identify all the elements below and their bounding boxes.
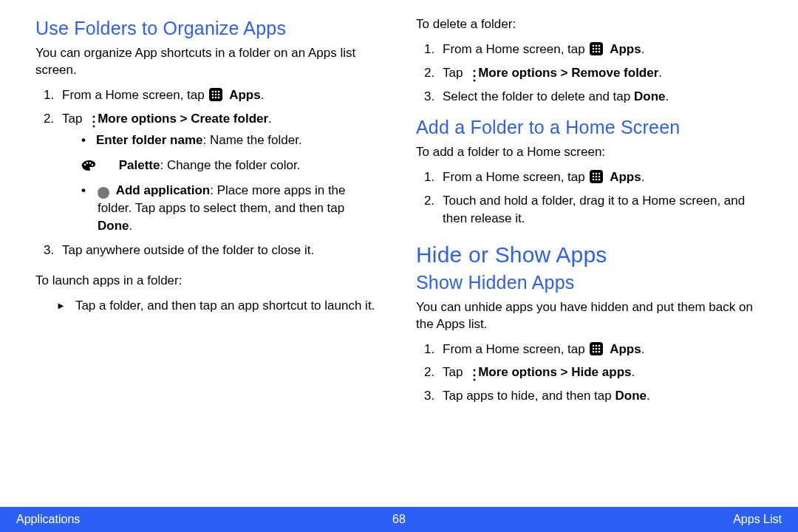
step-2: Tap More options > Create folder. Enter … [58, 110, 382, 235]
svg-point-11 [89, 162, 92, 164]
svg-point-32 [596, 344, 598, 347]
text-bold: Apps [229, 88, 261, 102]
svg-point-9 [84, 164, 86, 166]
right-column: To delete a folder: From a Home screen, … [416, 16, 763, 414]
svg-point-10 [86, 162, 89, 164]
svg-point-12 [92, 164, 94, 166]
steps-show-hidden: From a Home screen, tap Apps. Tap More o… [416, 341, 763, 405]
text-bold: More options > Remove folder [478, 66, 658, 80]
svg-point-23 [596, 173, 598, 175]
svg-point-30 [598, 179, 601, 181]
svg-point-0 [212, 91, 214, 93]
text-bold: Done [615, 389, 647, 403]
paragraph-launch: To launch apps in a folder: [35, 273, 382, 290]
text-bold: More options > Create folder [98, 112, 268, 126]
steps-create-folder: From a Home screen, tap Apps. Tap More o… [35, 86, 382, 259]
text: : Change the folder color. [160, 158, 300, 172]
svg-point-15 [598, 45, 601, 47]
svg-point-16 [593, 48, 595, 50]
apps-icon [209, 88, 222, 101]
svg-point-34 [593, 347, 595, 349]
page: Use Folders to Organize Apps You can org… [0, 0, 798, 532]
bullet-add-app: + Add application: Place more apps in th… [92, 182, 382, 234]
svg-point-31 [593, 344, 595, 347]
text-bold: Done [634, 89, 666, 103]
svg-point-28 [593, 179, 595, 181]
text: From a Home screen, tap [443, 170, 588, 184]
text: Tap [443, 66, 466, 80]
steps-delete-folder: From a Home screen, tap Apps. Tap More o… [416, 41, 763, 105]
svg-point-22 [593, 173, 595, 175]
text-bold: Apps [610, 170, 641, 184]
step: Select the folder to delete and tap Done… [438, 88, 763, 106]
text-bold: Enter folder name [96, 133, 203, 147]
svg-point-7 [215, 97, 217, 99]
step: From a Home screen, tap Apps. [438, 168, 763, 186]
palette-icon [98, 159, 112, 171]
heading-show-hidden: Show Hidden Apps [416, 272, 763, 293]
apps-icon [590, 170, 603, 183]
svg-point-6 [212, 97, 214, 99]
svg-point-3 [212, 94, 214, 96]
paragraph-intro: You can organize App shortcuts in a fold… [35, 45, 382, 79]
svg-point-36 [598, 347, 601, 349]
svg-point-4 [215, 94, 217, 96]
text: . [261, 88, 265, 102]
page-number: 68 [0, 513, 798, 526]
text-bold: Add application [116, 183, 211, 197]
text-bold: Apps [610, 42, 641, 56]
step-1: From a Home screen, tap Apps. [58, 86, 382, 104]
more-options-icon [468, 66, 475, 80]
heading-add-folder: Add a Folder to a Home Screen [416, 117, 763, 138]
apps-icon [590, 342, 603, 355]
step: From a Home screen, tap Apps. [438, 41, 763, 58]
text: . [631, 365, 635, 379]
svg-point-1 [215, 91, 217, 93]
svg-point-33 [598, 344, 601, 347]
svg-point-27 [598, 176, 601, 178]
heading-hide-show: Hide or Show Apps [416, 242, 763, 267]
svg-point-18 [598, 48, 601, 50]
text-bold: Apps [610, 342, 641, 356]
arrow-item: Tap a folder, and then tap an app shortc… [75, 297, 382, 315]
svg-point-29 [596, 179, 598, 181]
text-bold: Palette [119, 158, 160, 172]
step: Touch and hold a folder, drag it to a Ho… [438, 192, 763, 228]
left-column: Use Folders to Organize Apps You can org… [35, 16, 382, 414]
bullet-enter-name: Enter folder name: Name the folder. [92, 132, 382, 149]
step: Tap More options > Remove folder. [438, 64, 763, 82]
text-bold: Done [98, 219, 129, 233]
apps-icon [590, 42, 603, 55]
svg-point-26 [596, 176, 598, 178]
text: From a Home screen, tap [443, 342, 588, 356]
svg-point-38 [596, 350, 598, 352]
plus-icon: + [98, 187, 109, 199]
svg-point-24 [598, 173, 601, 175]
footer-right: Apps List [733, 513, 782, 526]
steps-add-folder: From a Home screen, tap Apps. Touch and … [416, 168, 763, 227]
text: . [641, 42, 645, 56]
arrow-list: Tap a folder, and then tap an app shortc… [35, 297, 382, 315]
text: : Name the folder. [203, 133, 302, 147]
text-bold: More options > Hide apps [478, 365, 631, 379]
paragraph-delete: To delete a folder: [416, 16, 763, 33]
step: Tap More options > Hide apps. [438, 364, 763, 381]
svg-point-21 [598, 51, 601, 53]
svg-point-13 [593, 45, 595, 47]
sub-bullets: Enter folder name: Name the folder. Pale… [62, 132, 382, 234]
text: . [658, 66, 662, 80]
svg-point-8 [218, 97, 220, 99]
more-options-icon [468, 366, 475, 379]
bullet-palette: Palette: Change the folder color. [92, 157, 382, 174]
text: . [129, 219, 133, 233]
text: Tap [62, 112, 86, 126]
footer-left: Applications [16, 513, 80, 526]
text: From a Home screen, tap [443, 42, 588, 56]
text: . [647, 389, 650, 403]
more-options-icon [87, 112, 95, 126]
paragraph-show: You can unhide apps you have hidden and … [416, 299, 763, 333]
svg-point-20 [596, 51, 598, 53]
text: . [268, 112, 272, 126]
text: . [641, 170, 645, 184]
heading-use-folders: Use Folders to Organize Apps [35, 18, 382, 39]
